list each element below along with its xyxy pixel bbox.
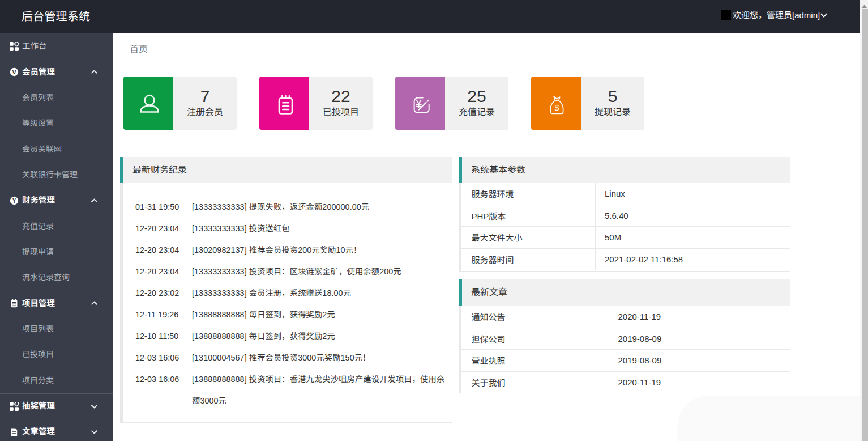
svg-text:¥: ¥	[12, 197, 16, 204]
svg-text:$: $	[554, 103, 559, 112]
svg-text:V: V	[12, 69, 16, 75]
